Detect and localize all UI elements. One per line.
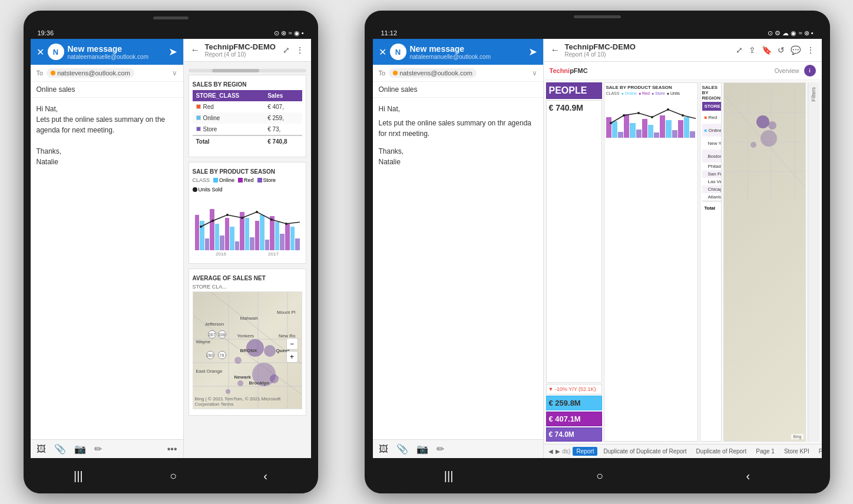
large-filters-label[interactable]: Filters: [811, 87, 816, 102]
large-page-tab-dup-dup[interactable]: Duplicate of Duplicate of Report: [600, 447, 690, 456]
large-sales-table-section: SALES BY REGION STORE_CLASS Sales Units …: [700, 82, 722, 442]
large-kpi-store-value: € 74.0M: [549, 430, 599, 439]
large-status-icons: ⊙ ⚙ ☁ ◉ ≈ ⊗ •: [768, 29, 813, 37]
small-pbi-more[interactable]: ⋮: [296, 45, 304, 55]
large-to-chevron[interactable]: ∨: [532, 69, 537, 77]
large-compose-title: New message: [410, 44, 525, 54]
large-pbi-share[interactable]: ⇪: [749, 45, 756, 55]
large-page-tab-p1[interactable]: Page 1: [752, 447, 778, 456]
large-kpi-total-value: € 740.9M: [549, 103, 599, 112]
small-nav-home[interactable]: |||: [74, 469, 83, 483]
large-page-tab-dup[interactable]: Duplicate of Report: [693, 447, 750, 456]
large-title-block: New message nataleemanuelle@outlook.com: [410, 44, 525, 60]
small-footer-camera-icon[interactable]: 📷: [74, 443, 86, 455]
large-pbi-refresh[interactable]: ↺: [778, 45, 785, 55]
large-pbi-title: TechnipFMC-DEMO: [565, 42, 731, 51]
large-page-tab-kpi[interactable]: Store KPI: [781, 447, 813, 456]
table-row: New York City € 222,062,821 15,302,000 1…: [702, 137, 722, 150]
small-recipient[interactable]: natstevens@outlook.com: [47, 68, 134, 78]
large-report-header: TechnipFMC Overview i: [544, 62, 822, 80]
large-pbi-subtitle: Report (4 of 10): [565, 51, 731, 58]
small-season-chart-section: SALE BY PRODUCT SEASON CLASS Online Red: [189, 162, 306, 264]
small-map-zoom-out[interactable]: −: [286, 338, 298, 350]
large-nav-home[interactable]: |||: [444, 469, 454, 483]
large-col-store-class: STORE_CLASS: [702, 102, 722, 111]
small-footer-more-icon[interactable]: •••: [167, 444, 177, 455]
small-close-button[interactable]: ✕: [37, 47, 44, 58]
large-page-ellipsis: ds): [563, 448, 571, 455]
small-pbi-content: SALES BY REGION STORE_CLASS Sales Red € …: [184, 62, 311, 458]
large-report-body: PEOPLE € 740.9M ▼ -10% Y/Y (52.1K) € 259…: [544, 80, 822, 444]
large-page-tab-report[interactable]: Report: [573, 447, 597, 456]
small-season-legend: CLASS Online Red Store: [193, 177, 302, 193]
small-scroll-bar[interactable]: [189, 69, 306, 72]
small-sales-table: STORE_CLASS Sales Red € 407, Online: [193, 90, 302, 147]
large-compose-from: nataleemanuelle@outlook.com: [410, 54, 525, 60]
large-kpi-online-value: € 259.8M: [549, 399, 599, 407]
small-nav-back[interactable]: ‹: [263, 469, 267, 483]
large-body-p4: Natalie: [379, 157, 537, 167]
large-nav-circle[interactable]: ○: [596, 469, 603, 483]
large-pbi-comment[interactable]: 💬: [791, 45, 801, 55]
large-recipient-dot: [393, 71, 398, 75]
large-table-column: SALES BY REGION STORE_CLASS Sales Units …: [700, 82, 722, 442]
small-compose-body[interactable]: Hi Nat, Lets put the online sales summar…: [31, 98, 183, 439]
small-sales-region-section: SALES BY REGION STORE_CLASS Sales Red € …: [189, 75, 306, 157]
large-logo-technic: Techni: [550, 67, 570, 74]
large-nav-back[interactable]: ‹: [746, 469, 750, 483]
small-pbi-back[interactable]: ←: [191, 45, 200, 55]
small-sales-region-title: SALES BY REGION: [193, 81, 302, 88]
large-pbi-expand[interactable]: ⤢: [736, 45, 743, 55]
large-compose-body[interactable]: Hi Nat, Lets put the online sales summar…: [373, 98, 543, 439]
large-pbi-more[interactable]: ⋮: [806, 45, 815, 55]
large-report-avatar: i: [804, 65, 816, 77]
small-map-section: Jefferson Wayne Mahwah Mount Pl Yonkers …: [193, 291, 302, 409]
large-compose-subject: Online sales: [373, 82, 543, 98]
large-close-button[interactable]: ✕: [379, 47, 386, 58]
small-footer-pen-icon[interactable]: ✏: [94, 443, 102, 455]
small-send-button[interactable]: ➤: [168, 45, 177, 58]
large-footer-image-icon[interactable]: 🖼: [379, 444, 388, 455]
small-compose-panel: ✕ N New message nataleemanuelle@outlook.…: [31, 39, 184, 458]
large-body-p1: Hi Nat,: [379, 104, 537, 114]
small-pbi-actions: ⤢ ⋮: [283, 45, 304, 55]
table-row: Las Vegas € 547,190 31,070 1 17.61 NA: [702, 178, 722, 185]
large-season-chart-visual: [606, 97, 696, 138]
table-row: ■ Online € 219,764,282 17,820,520 17 17.…: [702, 124, 722, 137]
table-row: ■ Red € 407,106,832 29,216,520 17 16.99 …: [702, 111, 722, 124]
large-body-p2: Lets put the online sales summary on thr…: [379, 118, 537, 139]
large-nav-next[interactable]: ▶: [556, 448, 560, 455]
large-season-chart-title: SALE BY PRODUCT SEASON: [606, 85, 696, 90]
large-map-column: Bing: [723, 82, 806, 442]
small-nav-circle[interactable]: ○: [170, 469, 177, 483]
small-title-block: New message nataleemanuelle@outlook.com: [68, 44, 165, 60]
small-footer-attach-icon[interactable]: 📎: [54, 443, 66, 455]
small-compose-footer: 🖼 📎 📷 ✏ •••: [31, 439, 183, 458]
large-recipient[interactable]: natstevens@outlook.com: [389, 68, 477, 78]
large-pbi-back[interactable]: ←: [551, 45, 560, 55]
small-map-bg: Jefferson Wayne Mahwah Mount Pl Yonkers …: [193, 292, 302, 409]
large-kpi-change: ▼ -10% Y/Y (52.1K): [546, 384, 602, 394]
small-footer-image-icon[interactable]: 🖼: [37, 444, 46, 455]
large-kpi-column: PEOPLE € 740.9M ▼ -10% Y/Y (52.1K) € 259…: [546, 82, 602, 442]
large-send-button[interactable]: ➤: [528, 45, 537, 58]
small-status-bar: 19:36 ⊙ ⊗ ≈ ◉ •: [31, 27, 311, 39]
small-pbi-expand[interactable]: ⤢: [283, 45, 290, 55]
small-store-label: STORE CLA...: [193, 284, 302, 290]
large-nav-prev[interactable]: ◀: [548, 448, 553, 455]
large-footer-attach-icon[interactable]: 📎: [396, 443, 408, 455]
small-to-chevron[interactable]: ∨: [172, 69, 177, 77]
small-season-chart-visual: 2016 2017: [193, 195, 302, 260]
small-map-zoom-in[interactable]: +: [286, 351, 298, 363]
large-footer-camera-icon[interactable]: 📷: [416, 443, 428, 455]
table-row: Chicago € 528,873 21,420 10.51: [702, 185, 722, 193]
large-sales-region-title: SALES BY REGION: [702, 85, 719, 101]
small-compose-from: nataleemanuelle@outlook.com: [68, 54, 165, 60]
svg-line-15: [193, 316, 302, 409]
large-page-tab-p2[interactable]: Page 2: [815, 447, 822, 456]
large-kpi-change-value: ▼ -10% Y/Y (52.1K): [548, 386, 600, 392]
large-pbi-bookmark[interactable]: 🔖: [762, 45, 772, 55]
table-row: Store € 73,: [193, 124, 302, 135]
large-footer-pen-icon[interactable]: ✏: [437, 443, 444, 455]
large-content-row: ✕ N New message nataleemanuelle@outlook.…: [373, 39, 822, 458]
